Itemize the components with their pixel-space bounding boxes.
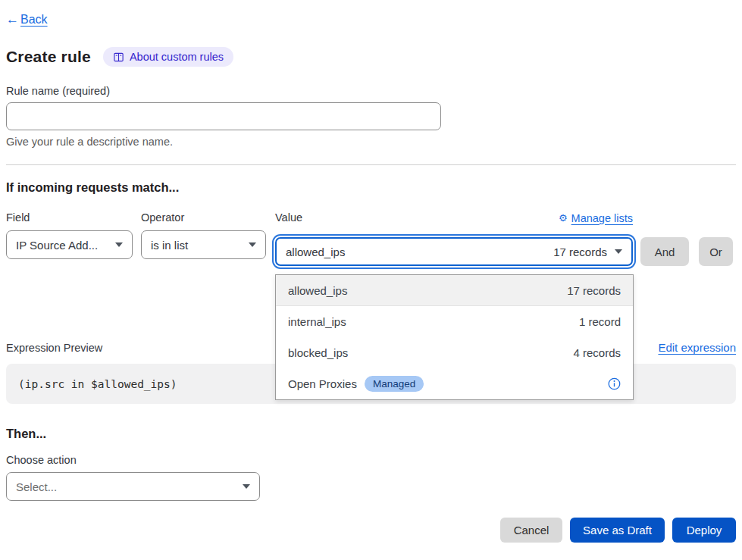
option-meta: 1 record [579, 315, 621, 328]
field-label: Field [6, 211, 133, 224]
chevron-down-icon [249, 242, 256, 247]
choose-action-group: Choose action Select... [6, 454, 736, 501]
back-link[interactable]: ←Back [6, 12, 48, 27]
expression-code: (ip.src in $allowed_ips) [18, 378, 177, 390]
deploy-button[interactable]: Deploy [672, 518, 736, 543]
action-select-placeholder: Select... [16, 480, 235, 493]
gear-icon: ⚙ [559, 212, 568, 224]
footer-actions: Cancel Save as Draft Deploy [6, 518, 736, 543]
value-group: Value ⚙ Manage lists allowed_ips 17 reco… [275, 211, 633, 266]
and-button[interactable]: And [640, 237, 689, 266]
info-icon[interactable] [608, 377, 621, 390]
or-button[interactable]: Or [699, 237, 733, 266]
chevron-down-icon [615, 249, 622, 254]
section-divider [6, 164, 736, 165]
dropdown-option-blocked-ips[interactable]: blocked_ips 4 records [276, 337, 633, 368]
rule-name-group: Rule name (required) Give your rule a de… [6, 85, 736, 148]
rule-name-input[interactable] [6, 102, 441, 130]
option-name: internal_ips [288, 315, 346, 328]
condition-row: Field IP Source Add... Operator is in li… [6, 211, 736, 266]
value-select-meta: 17 records [553, 246, 607, 258]
operator-select-value: is in list [151, 239, 241, 252]
dropdown-option-internal-ips[interactable]: internal_ips 1 record [276, 306, 633, 337]
choose-action-label: Choose action [6, 454, 736, 466]
book-icon [113, 52, 124, 63]
option-name: allowed_ips [288, 284, 347, 297]
value-dropdown-panel: allowed_ips 17 records internal_ips 1 re… [275, 274, 634, 400]
page-title: Create rule [6, 48, 91, 66]
expression-preview-label: Expression Preview [6, 342, 102, 354]
action-select[interactable]: Select... [6, 472, 260, 501]
chevron-down-icon [115, 242, 123, 247]
value-label-row: Value ⚙ Manage lists [275, 211, 633, 230]
about-badge-label: About custom rules [130, 51, 224, 63]
field-select-value: IP Source Add... [16, 239, 108, 252]
option-meta: 17 records [567, 284, 621, 297]
save-as-draft-button[interactable]: Save as Draft [570, 518, 665, 543]
value-select[interactable]: allowed_ips 17 records [275, 237, 633, 266]
edit-expression-link[interactable]: Edit expression [658, 341, 736, 354]
about-custom-rules-link[interactable]: About custom rules [103, 47, 233, 67]
rule-name-label: Rule name (required) [6, 85, 736, 97]
back-label: Back [20, 13, 48, 27]
option-left: Open Proxies Managed [288, 376, 424, 392]
create-rule-page: ←Back Create rule About custom rules Rul… [0, 0, 742, 543]
manage-lists-label: Manage lists [571, 212, 633, 224]
option-name: blocked_ips [288, 346, 348, 359]
value-label: Value [275, 211, 302, 224]
match-section-heading: If incoming requests match... [6, 180, 736, 195]
operator-select[interactable]: is in list [141, 230, 266, 259]
operator-label: Operator [141, 211, 266, 224]
option-meta: 4 records [573, 346, 621, 359]
then-section-heading: Then... [6, 427, 736, 441]
back-arrow-icon: ← [6, 12, 19, 27]
title-row: Create rule About custom rules [6, 47, 736, 67]
cancel-button[interactable]: Cancel [500, 518, 562, 543]
dropdown-option-allowed-ips[interactable]: allowed_ips 17 records [276, 275, 633, 306]
chevron-down-icon [243, 484, 250, 489]
dropdown-option-open-proxies[interactable]: Open Proxies Managed [276, 368, 633, 399]
operator-group: Operator is in list [141, 211, 266, 259]
managed-badge: Managed [365, 376, 424, 392]
value-select-value: allowed_ips [286, 246, 546, 258]
manage-lists-link[interactable]: ⚙ Manage lists [559, 212, 633, 224]
option-name: Open Proxies [288, 377, 357, 390]
rule-name-help: Give your rule a descriptive name. [6, 136, 736, 148]
field-group: Field IP Source Add... [6, 211, 133, 259]
field-select[interactable]: IP Source Add... [6, 230, 133, 259]
